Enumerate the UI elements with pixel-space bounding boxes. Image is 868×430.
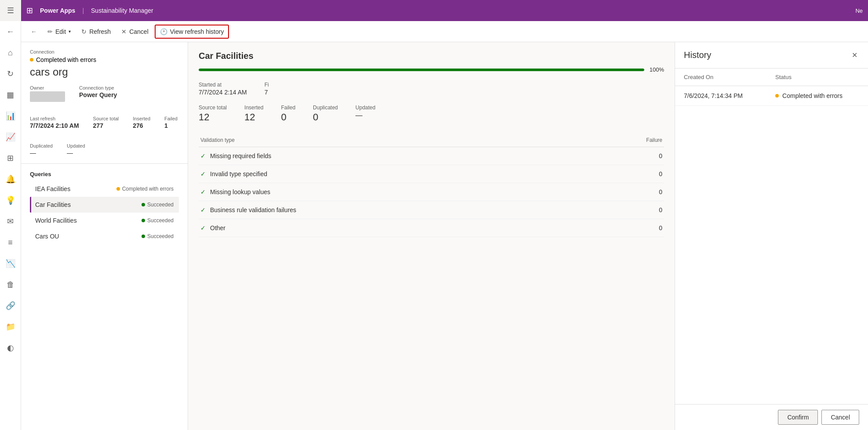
history-status-text: Completed with errors bbox=[782, 92, 843, 99]
updated-label: Updated bbox=[67, 143, 85, 148]
detail-duplicated: Duplicated 0 bbox=[313, 105, 338, 123]
last-refresh-label: Last refresh bbox=[30, 116, 79, 121]
query-name: Cars OU bbox=[35, 233, 59, 240]
finished-at-label: Fi bbox=[265, 82, 269, 88]
connection-type-value: Power Query bbox=[79, 91, 117, 98]
validation-type-header: Validation type bbox=[199, 134, 587, 147]
validation-type-text: Missing required fields bbox=[210, 152, 271, 159]
detail-updated-value: — bbox=[356, 112, 375, 119]
started-at-label: Started at bbox=[199, 82, 247, 88]
connection-status-dot bbox=[30, 58, 33, 61]
progress-bar-fill bbox=[199, 69, 644, 71]
nav-message-icon[interactable]: ✉ bbox=[0, 211, 21, 232]
queries-label: Queries bbox=[30, 171, 179, 177]
history-status-dot bbox=[775, 94, 779, 98]
validation-type-text: Invalid type specified bbox=[210, 170, 267, 177]
nav-chart-icon[interactable]: 📊 bbox=[0, 105, 21, 126]
connection-type-label: Connection type bbox=[79, 85, 117, 90]
connection-meta: Owner Connection type Power Query Last r… bbox=[30, 85, 179, 156]
stats-row: Source total 12 Inserted 12 Failed 0 Dup… bbox=[199, 105, 664, 123]
nav-analytics-icon[interactable]: 📈 bbox=[0, 126, 21, 148]
edit-icon: ✏ bbox=[47, 28, 53, 35]
query-item[interactable]: Car Facilities Succeeded bbox=[30, 197, 179, 213]
validation-type-cell: ✓ Missing lookup values bbox=[199, 183, 587, 201]
cancel-icon: ✕ bbox=[121, 28, 127, 35]
history-title: History bbox=[684, 50, 711, 60]
validation-failure-cell: 0 bbox=[587, 147, 664, 165]
detail-source-total: Source total 12 bbox=[199, 105, 227, 123]
detail-updated: Updated — bbox=[356, 105, 375, 123]
nav-bar-icon[interactable]: 📉 bbox=[0, 253, 21, 274]
main-wrapper: ⊞ Power Apps | Sustainability Manager Ne… bbox=[21, 0, 868, 430]
nav-folder-icon[interactable]: 📁 bbox=[0, 316, 21, 337]
history-close-button[interactable]: ✕ bbox=[850, 49, 859, 61]
query-status-dot bbox=[116, 187, 120, 191]
connection-status: Completed with errors bbox=[30, 56, 179, 63]
duplicated-value: — bbox=[30, 149, 53, 156]
validation-type-text: Business rule validation failures bbox=[210, 206, 296, 213]
nav-grid-icon[interactable]: ▦ bbox=[0, 84, 21, 105]
validation-row: ✓ Missing lookup values 0 bbox=[199, 183, 664, 201]
validation-failure-cell: 0 bbox=[587, 201, 664, 219]
finished-at-item: Fi 7 bbox=[265, 82, 269, 96]
progress-bar-background bbox=[199, 69, 644, 71]
query-list: IEA Facilities Completed with errors Car… bbox=[30, 181, 179, 244]
nav-list-icon[interactable]: ≡ bbox=[0, 232, 21, 253]
nav-layers-icon[interactable]: ⊞ bbox=[0, 148, 21, 169]
nav-trash-icon[interactable]: 🗑 bbox=[0, 274, 21, 295]
query-status-text: Completed with errors bbox=[122, 186, 174, 192]
updated-value: — bbox=[67, 149, 85, 156]
query-item[interactable]: Cars OU Succeeded bbox=[30, 228, 179, 244]
history-created-on-cell: 7/6/2024, 7:14:34 PM bbox=[675, 86, 766, 106]
check-icon: ✓ bbox=[200, 224, 206, 231]
top-bar-right-text: Ne bbox=[855, 7, 863, 14]
queries-section: Queries IEA Facilities Completed with er… bbox=[21, 164, 188, 248]
edit-chevron-icon: ▾ bbox=[69, 29, 71, 34]
check-icon: ✓ bbox=[200, 188, 206, 195]
duplicated-meta: Duplicated — bbox=[30, 143, 53, 156]
progress-section: 100% bbox=[199, 66, 664, 73]
query-name: Car Facilities bbox=[35, 201, 71, 208]
connection-name: cars org bbox=[30, 66, 179, 78]
query-status-dot bbox=[142, 219, 145, 222]
nav-home-icon[interactable]: ⌂ bbox=[0, 42, 21, 63]
history-status-header: Status bbox=[766, 69, 868, 86]
app-name: Sustainability Manager bbox=[91, 7, 153, 14]
duplicated-label: Duplicated bbox=[30, 143, 53, 148]
history-table: Created On Status 7/6/2024, 7:14:34 PM C… bbox=[675, 69, 868, 106]
nav-circle-icon[interactable]: ◐ bbox=[0, 337, 21, 358]
view-refresh-history-button[interactable]: 🕐 View refresh history bbox=[155, 25, 229, 39]
footer-cancel-label: Cancel bbox=[831, 414, 850, 421]
query-name: World Facilities bbox=[35, 217, 77, 224]
nav-bell-icon[interactable]: 🔔 bbox=[0, 169, 21, 190]
validation-type-cell: ✓ Missing required fields bbox=[199, 147, 587, 165]
command-bar: ← ✏ Edit ▾ ↻ Refresh ✕ Cancel 🕐 View ref… bbox=[21, 21, 868, 42]
validation-row: ✓ Other 0 bbox=[199, 219, 664, 237]
cancel-button[interactable]: ✕ Cancel bbox=[117, 25, 153, 38]
detail-inserted-value: 12 bbox=[244, 112, 263, 123]
validation-type-text: Other bbox=[210, 224, 225, 231]
inserted-value: 276 bbox=[133, 122, 150, 129]
refresh-icon: ↻ bbox=[81, 28, 87, 35]
refresh-button[interactable]: ↻ Refresh bbox=[77, 25, 115, 38]
query-item[interactable]: World Facilities Succeeded bbox=[30, 213, 179, 228]
confirm-button[interactable]: Confirm bbox=[778, 410, 818, 425]
view-refresh-label: View refresh history bbox=[170, 28, 224, 35]
nav-lightbulb-icon[interactable]: 💡 bbox=[0, 190, 21, 211]
nav-back-icon[interactable]: ← bbox=[0, 21, 21, 42]
history-clock-icon: 🕐 bbox=[160, 28, 167, 35]
edit-button[interactable]: ✏ Edit ▾ bbox=[43, 25, 75, 38]
validation-failure-cell: 0 bbox=[587, 165, 664, 183]
validation-row: ✓ Business rule validation failures 0 bbox=[199, 201, 664, 219]
apps-grid-icon[interactable]: ⊞ bbox=[26, 6, 33, 15]
footer-cancel-button[interactable]: Cancel bbox=[821, 410, 859, 425]
history-footer: Confirm Cancel bbox=[675, 404, 868, 430]
nav-refresh-icon[interactable]: ↻ bbox=[0, 63, 21, 84]
detail-failed: Failed 0 bbox=[281, 105, 295, 123]
back-button[interactable]: ← bbox=[26, 25, 41, 38]
query-status: Completed with errors bbox=[116, 186, 174, 192]
failed-value: 1 bbox=[164, 122, 178, 129]
nav-menu-icon[interactable]: ☰ bbox=[0, 0, 21, 21]
query-item[interactable]: IEA Facilities Completed with errors bbox=[30, 181, 179, 197]
nav-link-icon[interactable]: 🔗 bbox=[0, 295, 21, 316]
